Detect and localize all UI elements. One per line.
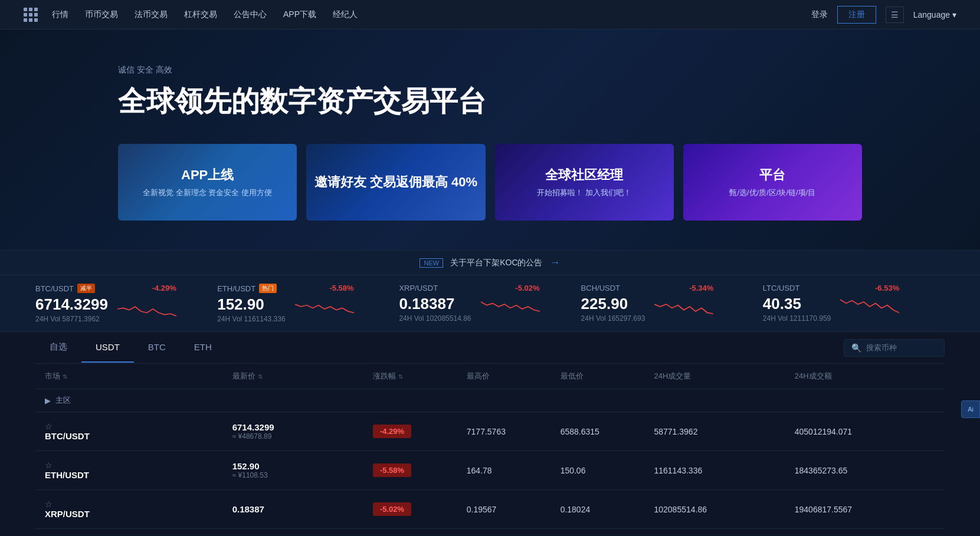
ticker-price: 225.90 [581,295,645,313]
float-ai-button[interactable]: Ai [961,400,980,418]
announcement-bar[interactable]: NEW 关于平台下架KOC的公告 → [0,250,980,275]
ticker-chart [117,295,176,320]
banner-card-2[interactable]: 全球社区经理开始招募啦！ 加入我们吧！ [495,144,674,221]
banner-title: 邀请好友 交易返佣最高 40% [314,173,477,191]
hero-title: 全球领先的数字资产交易平台 [118,83,862,120]
new-badge: NEW [419,258,443,268]
ticker-pair: BCH/USDT [581,284,620,292]
favorite-icon[interactable]: ☆ [45,422,53,431]
banner-title: 平台 [759,166,785,184]
ticker-badge: 热门 [259,284,277,293]
banner-card-3[interactable]: 平台甄/选/优/质/区/块/链/项/目 [683,144,862,221]
notification-icon[interactable]: ☰ [886,6,904,23]
volume: 1161143.336 [654,466,794,475]
ticker-vol: 24H Vol 102085514.86 [399,314,471,323]
nav-link-app[interactable]: APP下载 [283,9,316,20]
volume: 58771.3962 [654,427,794,436]
market-tab-usdt[interactable]: USDT [81,333,134,363]
nav-link-announce[interactable]: 公告中心 [234,9,267,20]
ticker-badge: 减半 [77,284,95,293]
announcement-text: 关于平台下架KOC的公告 [450,258,542,268]
high-price: 7177.5763 [467,427,561,436]
ticker-change: -5.34% [689,284,713,292]
ticker-item-2[interactable]: XRP/USDT0.1838724H Vol 102085514.86-5.02… [399,284,581,323]
amount: 184365273.65 [795,466,935,475]
banner-subtitle: 全新视觉 全新理念 资金安全 使用方便 [143,188,272,198]
nav-link-broker[interactable]: 经纪人 [333,9,358,20]
table-row[interactable]: ☆BTC/USDT6714.3299≈ ¥48678.89-4.29%7177.… [35,412,945,451]
nav-link-market[interactable]: 行情 [52,9,68,20]
ticker-vol: 24H Vol 1211170.959 [763,314,831,323]
favorite-icon[interactable]: ☆ [45,499,53,509]
search-box: 🔍 [844,339,945,357]
market-section: 自选USDTBTCETH 🔍 市场 ⇅最新价 ⇅涨跌幅 ⇅最高价最低价24H成交… [0,332,980,529]
price-cny: ≈ ¥1108.53 [232,471,373,479]
register-button[interactable]: 注册 [837,6,876,24]
ticker-change: -6.53% [875,284,899,292]
ticker-chart [295,295,354,320]
table-header-col-0[interactable]: 市场 ⇅ [45,371,232,382]
low-price: 150.06 [561,466,654,475]
table-header: 市场 ⇅最新价 ⇅涨跌幅 ⇅最高价最低价24H成交量24H成交额 [35,364,945,389]
ticker-item-0[interactable]: BTC/USDT减半6714.329924H Vol 58771.3962-4.… [35,284,217,323]
banner-subtitle: 甄/选/优/质/区/块/链/项/目 [729,188,815,198]
pair-name: ETH/USDT [45,470,232,480]
ticker-item-1[interactable]: ETH/USDT热门152.9024H Vol 1161143.336-5.58… [217,284,399,323]
hero-section: 诚信 安全 高效 全球领先的数字资产交易平台 APP上线全新视觉 全新理念 资金… [0,29,980,250]
banner-card-0[interactable]: APP上线全新视觉 全新理念 资金安全 使用方便 [118,144,297,221]
table-header-col-6: 24H成交额 [795,371,935,382]
search-icon: 🔍 [851,343,861,353]
volume: 102085514.86 [654,505,794,514]
amount: 405012194.071 [795,427,935,436]
table-header-col-2[interactable]: 涨跌幅 ⇅ [373,371,467,382]
change-badge: -4.29% [373,425,411,438]
change-badge: -5.02% [373,502,411,516]
favorite-icon[interactable]: ☆ [45,461,53,470]
banner-grid: APP上线全新视觉 全新理念 资金安全 使用方便邀请好友 交易返佣最高 40%全… [118,144,862,221]
banner-card-1[interactable]: 邀请好友 交易返佣最高 40% [306,144,485,221]
market-tab-btc[interactable]: BTC [134,333,180,363]
ticker-vol: 24H Vol 58771.3962 [35,315,108,323]
nav-link-fiat[interactable]: 法币交易 [135,9,168,20]
low-price: 6588.6315 [561,427,654,436]
section-label: ▶ 主区 [35,389,945,412]
market-tab-eth[interactable]: ETH [180,333,226,363]
ticker-pair: BTC/USDT [35,284,74,293]
low-price: 0.18024 [561,505,654,514]
nav-link-spot[interactable]: 币币交易 [85,9,118,20]
language-button[interactable]: Language ▾ [913,10,956,19]
pair-name: XRP/USDT [45,509,232,519]
ticker-chart [840,295,899,320]
ticker-price: 152.90 [217,295,285,314]
ticker-pair: LTC/USDT [763,284,800,292]
nav-links: 行情币币交易法币交易杠杆交易公告中心APP下载经纪人 [52,9,811,20]
ticker-price: 6714.3299 [35,295,108,314]
ticker-item-3[interactable]: BCH/USDT225.9024H Vol 165297.693-5.34% [581,284,763,323]
table-header-col-1[interactable]: 最新价 ⇅ [232,371,373,382]
market-tab-fav[interactable]: 自选 [35,332,81,363]
grid-icon[interactable] [24,8,38,22]
login-button[interactable]: 登录 [811,9,828,20]
announcement-arrow[interactable]: → [550,257,561,269]
ticker-change: -5.58% [329,284,353,292]
ticker-change: -4.29% [152,284,176,292]
ticker-chart [654,295,713,320]
hero-subtitle: 诚信 安全 高效 [118,65,862,75]
table-header-col-5: 24H成交量 [654,371,794,382]
table-header-col-4: 最低价 [561,371,654,382]
banner-title: 全球社区经理 [545,166,623,184]
table-body: ☆BTC/USDT6714.3299≈ ¥48678.89-4.29%7177.… [35,412,945,529]
high-price: 164.78 [467,466,561,475]
ticker-pair: ETH/USDT [217,284,255,293]
table-row[interactable]: ☆XRP/USDT0.18387-5.02%0.195670.180241020… [35,490,945,529]
price-main: 152.90 [232,461,373,471]
ticker-row: BTC/USDT减半6714.329924H Vol 58771.3962-4.… [0,275,980,332]
nav-link-margin[interactable]: 杠杆交易 [184,9,217,20]
banner-title: APP上线 [181,166,234,184]
ticker-pair: XRP/USDT [399,284,438,292]
pair-name: BTC/USDT [45,431,232,441]
table-row[interactable]: ☆ETH/USDT152.90≈ ¥1108.53-5.58%164.78150… [35,451,945,490]
search-input[interactable] [866,343,937,352]
ticker-chart [481,295,540,320]
ticker-item-4[interactable]: LTC/USDT40.3524H Vol 1211170.959-6.53% [763,284,945,323]
